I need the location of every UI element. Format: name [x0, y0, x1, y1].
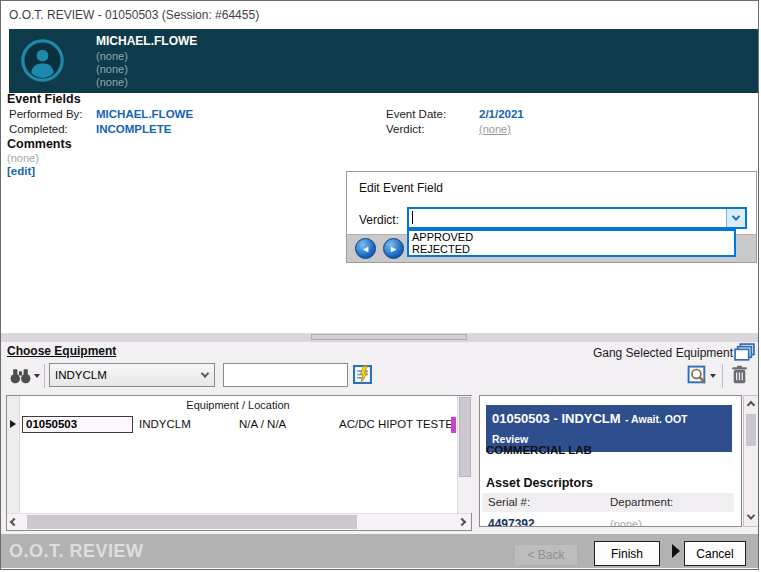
- toolbar-divider: [722, 364, 723, 388]
- comments-heading: Comments: [7, 137, 72, 151]
- previous-record-button[interactable]: ◄: [355, 238, 376, 259]
- view-document-icon[interactable]: [687, 365, 708, 390]
- equipment-table: Equipment / Location 01050503 INDYCLM N/…: [6, 395, 472, 531]
- user-detail-line: (none): [96, 63, 128, 75]
- delete-icon[interactable]: [731, 365, 748, 388]
- scroll-left-icon[interactable]: [10, 518, 18, 526]
- view-options-caret-icon[interactable]: [710, 374, 716, 378]
- back-button: < Back: [514, 544, 578, 566]
- equipment-detail-panel: 01050503 - INDYCLM - Await. OOT Review C…: [479, 395, 742, 527]
- scrollbar-thumb[interactable]: [27, 515, 357, 529]
- equipment-filter-value: INDYCLM: [55, 369, 107, 381]
- footer-title: O.O.T. REVIEW: [9, 541, 144, 562]
- user-avatar-icon: [21, 39, 64, 82]
- performed-by-value: MICHAEL.FLOWE: [96, 108, 193, 120]
- edit-event-field-dialog: Edit Event Field Verdict: ◄ ► ✔ ✖ APPROV…: [346, 171, 757, 263]
- arrow-right-icon: ►: [389, 244, 398, 254]
- wizard-footer-bar: O.O.T. REVIEW < Back Finish Cancel: [1, 534, 759, 568]
- gang-selected-equipment-label: Gang Selected Equipment: [593, 346, 733, 360]
- scroll-down-icon[interactable]: [747, 511, 755, 519]
- performed-by-label: Performed By:: [9, 108, 83, 120]
- horizontal-splitter[interactable]: [1, 333, 759, 342]
- chevron-down-icon: [201, 369, 209, 377]
- event-date-value: 2/1/2021: [479, 108, 524, 120]
- dialog-title: Edit Event Field: [359, 181, 443, 195]
- toolbar-divider: [44, 364, 45, 388]
- department-value: (none): [610, 518, 642, 527]
- chevron-down-icon: [732, 212, 740, 220]
- verdict-dropdown-list: APPROVED REJECTED: [407, 229, 736, 257]
- scroll-right-icon[interactable]: [458, 518, 466, 526]
- choose-equipment-section: Choose Equipment Gang Selected Equipment…: [1, 342, 759, 534]
- table-cell-highlight-sliver: [451, 417, 456, 433]
- choose-equipment-heading: Choose Equipment: [7, 344, 116, 358]
- comments-edit-link[interactable]: [edit]: [7, 165, 35, 177]
- table-horizontal-scrollbar[interactable]: [7, 513, 471, 530]
- cancel-button[interactable]: Cancel: [684, 541, 746, 566]
- table-vertical-scrollbar[interactable]: [457, 396, 472, 513]
- gang-equipment-icon[interactable]: [734, 343, 755, 366]
- scroll-up-icon[interactable]: [747, 401, 755, 409]
- equipment-search-input[interactable]: [223, 363, 348, 387]
- next-record-button[interactable]: ►: [383, 238, 404, 259]
- serial-number-label: Serial #:: [488, 496, 530, 508]
- oot-review-window: O.O.T. REVIEW - 01050503 (Session: #6445…: [0, 0, 759, 570]
- combobox-dropdown-button[interactable]: [726, 209, 745, 227]
- titlebar: O.O.T. REVIEW - 01050503 (Session: #6445…: [1, 1, 758, 29]
- user-header-band: MICHAEL.FLOWE (none) (none) (none): [9, 29, 758, 93]
- department-label: Department:: [610, 496, 673, 508]
- window-title: O.O.T. REVIEW - 01050503 (Session: #6445…: [9, 8, 259, 22]
- dropdown-option-rejected[interactable]: REJECTED: [409, 243, 734, 255]
- serial-number-value: 4497392: [488, 517, 535, 527]
- table-cell-description[interactable]: AC/DC HIPOT TESTE: [339, 418, 453, 430]
- scrollbar-thumb[interactable]: [746, 414, 756, 446]
- finish-button[interactable]: Finish: [594, 541, 660, 566]
- finish-menu-arrow-icon[interactable]: [672, 544, 680, 558]
- table-column-header: Equipment / Location: [20, 396, 456, 414]
- event-fields-heading: Event Fields: [7, 92, 81, 106]
- panel-vertical-scrollbar[interactable]: [743, 395, 759, 527]
- table-cell-location[interactable]: N/A / N/A: [239, 418, 286, 430]
- detail-lab-name: COMMERCIAL LAB: [486, 444, 592, 456]
- completed-label: Completed:: [9, 123, 68, 135]
- arrow-left-icon: ◄: [361, 244, 370, 254]
- dialog-verdict-label: Verdict:: [359, 213, 399, 227]
- user-detail-line: (none): [96, 50, 128, 62]
- verdict-value-link[interactable]: (none): [479, 123, 511, 135]
- row-header-column: [7, 396, 20, 513]
- dropdown-option-approved[interactable]: APPROVED: [409, 231, 734, 243]
- search-options-caret-icon[interactable]: [34, 374, 40, 378]
- detail-title: 01050503 - INDYCLM: [492, 411, 621, 426]
- text-cursor: [412, 211, 413, 224]
- quick-search-icon[interactable]: [353, 365, 372, 388]
- user-detail-line: (none): [96, 76, 128, 88]
- scrollbar-thumb[interactable]: [459, 397, 471, 477]
- table-cell-equipment-id[interactable]: 01050503: [22, 416, 133, 433]
- equipment-filter-combobox[interactable]: INDYCLM: [49, 363, 215, 387]
- asset-descriptors-heading: Asset Descriptors: [486, 476, 593, 490]
- user-name: MICHAEL.FLOWE: [96, 34, 197, 48]
- verdict-label: Verdict:: [386, 123, 424, 135]
- completed-value: INCOMPLETE: [96, 123, 171, 135]
- splitter-handle[interactable]: [311, 334, 467, 340]
- event-date-label: Event Date:: [386, 108, 446, 120]
- search-binoculars-icon[interactable]: [9, 367, 32, 388]
- comments-value: (none): [7, 152, 39, 164]
- table-cell-group[interactable]: INDYCLM: [139, 418, 191, 430]
- verdict-combobox[interactable]: [407, 207, 747, 229]
- current-row-marker-icon: [10, 420, 16, 428]
